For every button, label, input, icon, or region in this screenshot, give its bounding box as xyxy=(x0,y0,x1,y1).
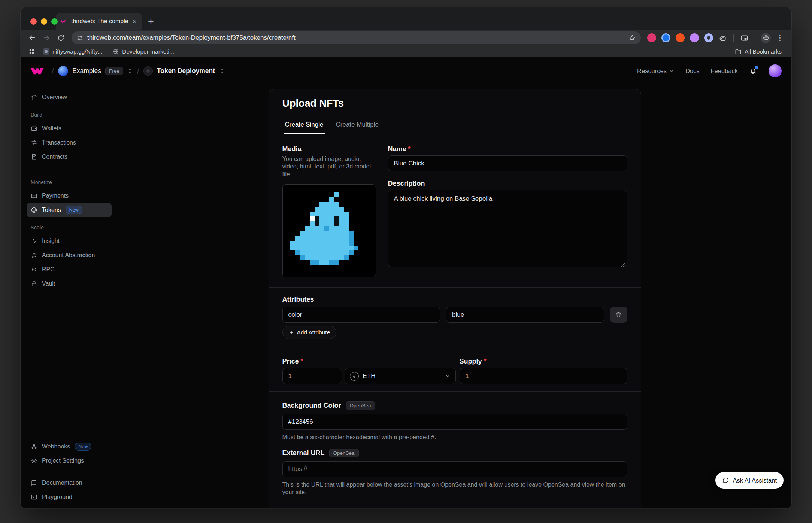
forward-icon[interactable] xyxy=(40,31,53,44)
opensea-badge: OpenSea xyxy=(346,401,375,410)
currency-value: ETH xyxy=(363,373,376,380)
docs-link[interactable]: Docs xyxy=(685,67,700,75)
bookmark-star-icon[interactable] xyxy=(628,34,636,42)
niftyswap-favicon xyxy=(43,48,49,55)
attribute-name-input[interactable] xyxy=(282,307,440,323)
sidebar-item-insight[interactable]: Insight xyxy=(27,234,112,248)
plus-icon xyxy=(289,330,294,335)
media-helper-text: You can upload image, audio, video, html… xyxy=(282,155,376,178)
background-color-input[interactable] xyxy=(282,414,627,430)
tab-create-single[interactable]: Create Single xyxy=(284,121,325,134)
feedback-link[interactable]: Feedback xyxy=(711,67,738,75)
chat-bubble-icon xyxy=(722,477,729,484)
plan-badge: Free xyxy=(105,67,123,75)
tab-create-multiple[interactable]: Create Multiple xyxy=(335,121,380,134)
description-textarea[interactable]: A blue chick living on Base Sepolia xyxy=(388,190,627,267)
notifications-bell-icon[interactable] xyxy=(749,67,757,75)
external-url-input[interactable] xyxy=(282,461,627,477)
profile-avatar-icon[interactable] xyxy=(761,33,771,43)
toolbar-separator xyxy=(733,34,734,42)
folder-icon xyxy=(735,48,742,55)
breadcrumb-slash: / xyxy=(137,66,139,76)
sidebar-divider xyxy=(27,168,111,168)
bookmark-developer-marketing[interactable]: Developer marketi... xyxy=(109,48,178,55)
browser-menu-icon[interactable]: ⋮ xyxy=(774,33,786,42)
tab-share-icon[interactable] xyxy=(738,31,751,44)
back-icon[interactable] xyxy=(26,31,39,44)
project-switcher-icon[interactable] xyxy=(219,68,225,74)
thirdweb-logo[interactable] xyxy=(30,66,48,76)
terminal-icon xyxy=(31,494,37,501)
thirdweb-favicon xyxy=(60,19,67,24)
sidebar-divider xyxy=(27,472,111,472)
sidebar-item-vault[interactable]: Vault xyxy=(27,277,112,291)
toolbar-separator xyxy=(755,34,755,42)
nft-pixel-art xyxy=(290,192,368,270)
extensions-puzzle-icon[interactable] xyxy=(716,31,729,44)
chevron-down-icon xyxy=(669,69,674,74)
close-window-button[interactable] xyxy=(30,18,37,25)
minimize-window-button[interactable] xyxy=(41,18,47,25)
sidebar-item-payments[interactable]: Payments xyxy=(27,189,112,203)
eth-icon xyxy=(350,372,359,381)
supply-input[interactable] xyxy=(460,368,627,384)
sidebar-item-account-abstraction[interactable]: Account Abstraction xyxy=(27,248,112,262)
sidebar-item-webhooks[interactable]: Webhooks New xyxy=(27,440,112,454)
user-avatar[interactable] xyxy=(769,64,782,77)
gear-icon xyxy=(31,457,37,464)
currency-select[interactable]: ETH xyxy=(345,368,456,384)
bookmark-niftyswap[interactable]: niftyswap.gg/Nifty... xyxy=(39,48,106,55)
resources-menu[interactable]: Resources xyxy=(637,67,674,75)
sidebar-item-contracts[interactable]: Contracts xyxy=(27,150,112,164)
tab-strip: thirdweb: The complete web... × + xyxy=(21,7,791,30)
team-name[interactable]: Examples xyxy=(72,67,101,75)
extension-icon-5[interactable] xyxy=(704,33,713,42)
coin-icon xyxy=(31,207,37,213)
sidebar-item-project-settings[interactable]: Project Settings xyxy=(27,454,112,468)
opensea-badge: OpenSea xyxy=(329,449,359,457)
sidebar-item-playground[interactable]: Playground xyxy=(27,490,112,504)
all-bookmarks-button[interactable]: All Bookmarks xyxy=(731,48,785,55)
breadcrumb: / Examples Free / Token Deployment xyxy=(30,66,225,76)
team-switcher-icon[interactable] xyxy=(127,68,133,74)
delete-attribute-button[interactable] xyxy=(610,307,627,323)
sidebar-item-rpc[interactable]: RPC xyxy=(27,262,112,277)
traffic-lights xyxy=(30,18,58,25)
sidebar-item-documentation[interactable]: Documentation xyxy=(27,476,112,490)
extension-icon-1[interactable] xyxy=(647,33,656,42)
sidebar-item-overview[interactable]: Overview xyxy=(27,90,112,104)
reload-icon[interactable] xyxy=(54,31,67,44)
attributes-label: Attributes xyxy=(282,296,627,304)
team-avatar[interactable] xyxy=(58,66,68,76)
extension-icon-4[interactable] xyxy=(690,33,699,42)
ask-ai-assistant-button[interactable]: Ask AI Assistant xyxy=(715,472,784,489)
tab-close-icon[interactable]: × xyxy=(132,18,137,25)
zoom-window-button[interactable] xyxy=(51,18,58,25)
apps-grid-icon[interactable] xyxy=(27,47,36,57)
extension-icon-2[interactable] xyxy=(661,33,670,42)
page-title: Upload NFTs xyxy=(282,98,627,109)
new-tab-button[interactable]: + xyxy=(148,16,154,27)
sidebar-item-transactions[interactable]: Transactions xyxy=(27,136,112,150)
sidebar-item-wallets[interactable]: Wallets xyxy=(27,121,112,136)
site-settings-icon[interactable] xyxy=(76,34,84,42)
resize-handle-icon[interactable] xyxy=(621,262,625,267)
add-attribute-button[interactable]: Add Attribute xyxy=(282,326,337,339)
external-url-helper: This is the URL that will appear below t… xyxy=(282,481,627,496)
project-avatar[interactable] xyxy=(143,66,153,76)
sidebar-section-monetize: Monetize xyxy=(31,179,107,185)
sidebar-item-tokens[interactable]: Tokens New xyxy=(27,203,112,217)
required-asterisk: * xyxy=(484,358,487,365)
book-icon xyxy=(31,480,37,486)
name-input[interactable] xyxy=(388,155,627,171)
nft-media-preview[interactable] xyxy=(282,184,376,277)
home-icon xyxy=(31,94,37,101)
credit-card-icon xyxy=(31,192,37,199)
attribute-value-input[interactable] xyxy=(446,307,604,323)
project-name[interactable]: Token Deployment xyxy=(157,67,215,75)
address-bar[interactable]: thirdweb.com/team/examples/Token-Deploym… xyxy=(72,31,641,44)
browser-tab[interactable]: thirdweb: The complete web... × xyxy=(56,13,142,30)
price-input[interactable] xyxy=(282,368,342,384)
media-label: Media xyxy=(282,145,376,153)
extension-icon-3[interactable] xyxy=(676,33,685,42)
